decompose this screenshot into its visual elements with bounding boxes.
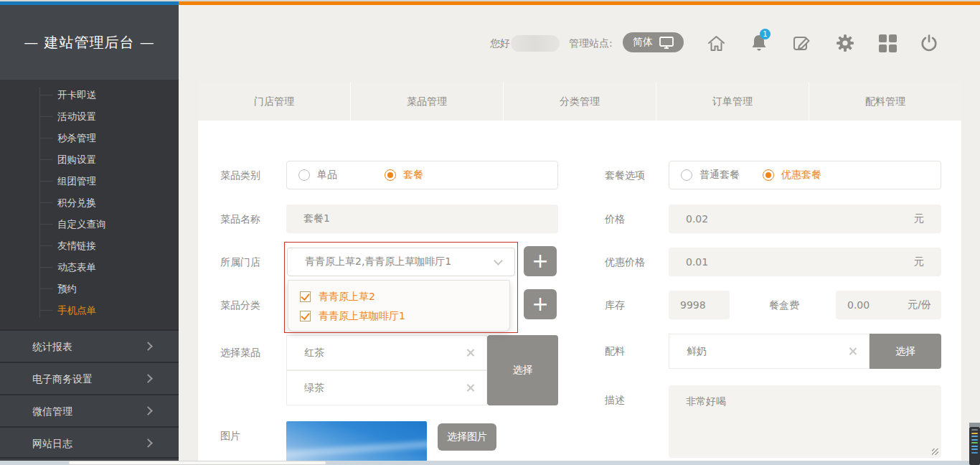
tab-bar: 门店管理 菜品管理 分类管理 订单管理 配料管理 [198,83,961,121]
horizontal-scrollbar[interactable] [0,461,980,465]
grid-icon[interactable] [877,33,897,53]
sidebar-item-activity[interactable]: 活动设置 [0,105,179,127]
sidebar-item-card-gift[interactable]: 开卡即送 [0,84,179,105]
select-ingredient-button[interactable]: 选择 [870,334,941,369]
radio-icon [298,169,310,181]
sidebar-item-seckill[interactable]: 秒杀管理 [0,127,179,149]
radio-normal-combo[interactable]: 普通套餐 [681,169,740,182]
dish-row[interactable]: 红茶 [286,335,487,370]
bell-icon[interactable]: 1 [749,33,769,53]
close-icon[interactable] [466,348,475,357]
sidebar-item-wechat[interactable]: 微信管理 [0,394,179,426]
language-pill[interactable]: 简体 [623,32,684,52]
category-label: 菜品类别 [220,161,260,189]
chevron-right-icon [143,342,153,351]
checkbox-checked-icon[interactable] [300,291,311,302]
monitor-icon [659,37,674,49]
add-store-button[interactable]: + [524,246,557,276]
radio-icon [681,169,692,181]
tree-tick [40,267,52,268]
stock-input[interactable]: 9998 [669,291,730,319]
horizontal-scrollbar-thumb[interactable] [68,461,326,465]
radio-discount-combo[interactable]: 优惠套餐 [763,169,821,182]
minimap-mark [971,446,978,447]
sidebar-item-points[interactable]: 积分兑换 [0,192,179,213]
tree-tick [40,95,52,95]
tab-dish-management[interactable]: 菜品管理 [350,83,503,121]
store-select[interactable]: 青青原上草2,青青原上草咖啡厅1 [287,248,515,276]
store-label: 所属门店 [220,248,260,276]
sidebar-item-statistics[interactable]: 统计报表 [0,329,179,362]
store-option-1[interactable]: 青青原上草2 [288,287,509,306]
sidebar-item-dynamic-form[interactable]: 动态表单 [0,256,179,278]
ingredient-label: 配料 [605,334,625,369]
edit-icon[interactable] [791,33,811,53]
price-input[interactable]: 0.02元 [669,205,941,233]
form-card: 菜品类别 单品 套餐 菜品名称 套餐1 所属门店 青青原上草2,青青原上草咖啡厅… [198,121,961,465]
store-dropdown-panel: 青青原上草2 青青原上草咖啡厅1 [288,280,510,332]
sidebar-item-booking[interactable]: 预约 [0,278,179,299]
dish-name-input[interactable]: 套餐1 [286,205,558,233]
tree-tick [40,159,52,160]
boxfee-label: 餐盒费 [769,291,799,319]
chevron-right-icon [143,374,153,383]
sidebar-item-team[interactable]: 组团管理 [0,170,179,192]
topbar: 您好 管理站点: 简体 1 [179,5,980,80]
sidebar-item-custom-query[interactable]: 自定义查询 [0,213,179,235]
tree-tick [40,288,52,289]
close-icon[interactable] [466,383,475,393]
tree-tick [40,310,52,311]
dish-row[interactable]: 绿茶 [286,370,487,405]
choose-image-button[interactable]: 选择图片 [438,423,496,451]
radio-single-dish[interactable]: 单品 [298,169,337,182]
checkbox-checked-icon[interactable] [300,311,311,321]
image-label: 图片 [220,421,240,450]
notification-badge: 1 [760,29,771,39]
greeting-text: 您好 [490,37,510,50]
vertical-scrollbar[interactable] [969,427,980,465]
description-label: 描述 [605,385,625,414]
tab-store-management[interactable]: 门店管理 [198,83,350,121]
gear-icon[interactable] [835,33,855,53]
description-textarea[interactable]: 非常好喝 [669,385,941,458]
ingredient-input[interactable]: 鲜奶 [669,334,870,369]
tree-tick [40,202,52,203]
sidebar-item-ecommerce[interactable]: 电子商务设置 [0,362,179,394]
tab-category-management[interactable]: 分类管理 [503,83,656,121]
dish-name-label: 菜品名称 [220,205,260,233]
resize-handle-icon[interactable] [932,448,938,455]
tree-tick [40,138,52,138]
unit-label: 元 [914,212,924,225]
power-icon[interactable] [919,33,939,53]
minimap-mark [971,433,978,434]
close-icon[interactable] [848,347,857,356]
radio-combo[interactable]: 套餐 [385,169,423,182]
username-redacted [511,35,560,52]
sidebar-item-site-log[interactable]: 网站日志 [0,426,179,459]
minimap-mark [971,442,978,443]
sidebar-item-mobile-order[interactable]: 手机点单 [0,299,179,321]
tab-order-management[interactable]: 订单管理 [656,83,809,121]
select-dishes-button[interactable]: 选择 [487,335,558,405]
dish-image [286,421,427,465]
select-dish-label: 选择菜品 [220,335,260,370]
discount-price-input[interactable]: 0.01元 [669,248,941,276]
sidebar: — 建站管理后台 — 开卡即送 活动设置 秒杀管理 团购设置 组团管理 积分兑换… [0,5,179,465]
sidebar-item-links[interactable]: 友情链接 [0,235,179,256]
discount-price-label: 优惠价格 [605,248,645,276]
add-classify-button[interactable]: + [524,289,557,319]
sidebar-submenu: 开卡即送 活动设置 秒杀管理 团购设置 组团管理 积分兑换 自定义查询 友情链接… [0,80,179,329]
minimap-mark [971,452,978,454]
tree-tick [40,245,52,246]
sidebar-item-groupbuy[interactable]: 团购设置 [0,149,179,170]
combo-option-label: 套餐选项 [605,161,645,189]
site-label: 管理站点: [569,37,613,50]
boxfee-input[interactable]: 0.00元/份 [836,291,941,319]
store-option-2[interactable]: 青青原上草咖啡厅1 [288,306,509,326]
tab-ingredient-management[interactable]: 配料管理 [809,83,961,121]
home-icon[interactable] [706,33,726,53]
minimap-mark [971,448,978,450]
price-label: 价格 [605,205,625,233]
app-logo: — 建站管理后台 — [0,5,179,80]
combo-radio-group: 普通套餐 优惠套餐 [669,161,941,189]
